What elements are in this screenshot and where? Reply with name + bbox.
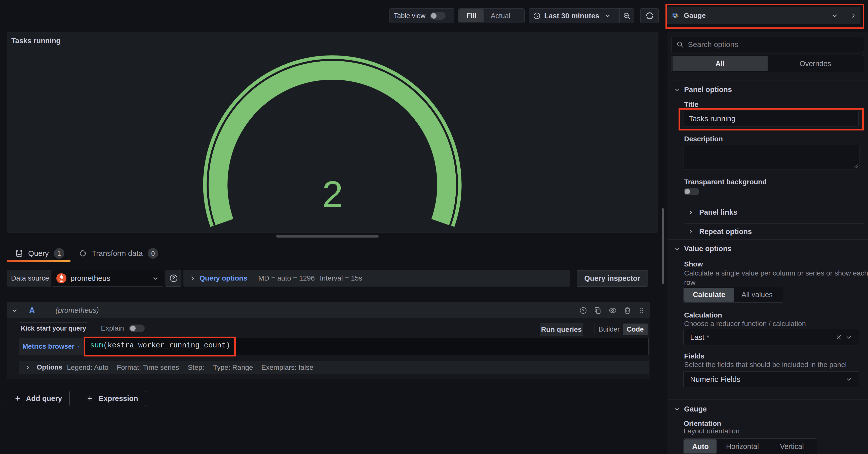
svg-text:2: 2	[322, 173, 343, 215]
svg-text:79: 79	[674, 16, 677, 19]
